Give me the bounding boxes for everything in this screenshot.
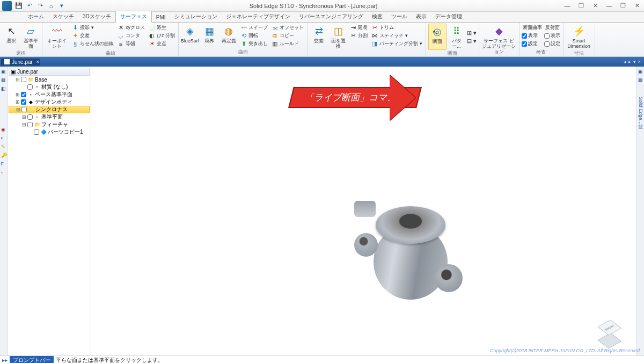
isect2-button[interactable]: ✶交点	[147, 40, 176, 48]
tree-check[interactable]	[27, 84, 33, 90]
close-tab-icon[interactable]: ×	[36, 59, 39, 64]
select-button[interactable]: ↖選択	[2, 24, 20, 50]
tab-sketch[interactable]: スケッチ	[48, 11, 78, 22]
close-icon[interactable]: ✕	[588, 1, 602, 11]
tree-check[interactable]	[21, 92, 26, 97]
set2-check[interactable]: 設定	[544, 40, 561, 48]
keypoint-button[interactable]: 〰キーポイント	[45, 24, 69, 50]
restore-icon[interactable]: ❐	[616, 1, 630, 11]
misc2-button[interactable]: ⊟ ▾	[467, 37, 477, 45]
redo-icon[interactable]: ↷	[35, 2, 45, 10]
derive-button[interactable]: ⬚派生	[147, 24, 176, 32]
replace-button[interactable]: ◫面を置換	[329, 24, 347, 56]
bluesurf-button[interactable]: ◈BlueSurf	[181, 24, 199, 49]
lb-icon[interactable]: ▫	[1, 170, 6, 175]
ruled-button[interactable]: ▥ルールド	[270, 40, 305, 48]
wrap-button[interactable]: ◐ひz 分割	[147, 32, 176, 40]
3d-part[interactable]	[354, 201, 467, 314]
tree-check[interactable]	[21, 77, 26, 82]
helix-button[interactable]: §らせん状の曲線	[70, 40, 115, 48]
rev-button[interactable]: ⟲回転	[239, 32, 269, 40]
lb-icon[interactable]: ▦	[1, 77, 6, 83]
rb-icon[interactable]: ▦	[638, 77, 643, 83]
lb-icon[interactable]: 🔑	[1, 153, 6, 158]
lb-icon[interactable]: ▣	[1, 69, 6, 74]
intersect-button[interactable]: ✦交差	[70, 32, 115, 40]
tree-node[interactable]: ⊟シンクロナス	[9, 106, 90, 113]
div-button[interactable]: ✂分割	[348, 32, 369, 40]
tab-inspect[interactable]: 検査	[368, 11, 387, 22]
disp-check[interactable]: 表示	[522, 32, 543, 40]
minimize-icon[interactable]: —	[560, 1, 574, 11]
lb-icon[interactable]: ◧	[1, 86, 6, 91]
trim-button[interactable]: ✂トリム	[370, 24, 423, 32]
copy-button[interactable]: ⧉コピー	[270, 32, 305, 40]
tree-node[interactable]: ⊞▫基準平面	[9, 113, 90, 121]
tree-twisty-icon[interactable]: ⊞	[15, 99, 20, 105]
tree-twisty-icon[interactable]: ⊟	[15, 77, 20, 82]
undo-icon[interactable]: ↶	[25, 2, 34, 10]
cross-button[interactable]: ✕xyクロス	[116, 24, 146, 32]
swap-button[interactable]: ⇄交差	[310, 24, 328, 56]
maximize-icon[interactable]: ❐	[574, 1, 588, 11]
contour-button[interactable]: ◡コンタ	[116, 32, 146, 40]
tree-twisty-icon[interactable]: ⊞	[21, 114, 26, 120]
tab-surface[interactable]: サーフェス	[115, 11, 152, 23]
tree-node[interactable]: ⊞◆デザインボディ	[9, 98, 90, 106]
tab-3dsketch[interactable]: 3Dスケッチ	[78, 11, 115, 22]
tab-view[interactable]: 表示	[412, 11, 431, 22]
tree-check[interactable]	[21, 99, 26, 105]
stitch-button[interactable]: ⋈スティッチ ▾	[370, 32, 423, 40]
lb-icon[interactable]: ✎	[1, 144, 6, 149]
redef-button[interactable]: ◍再定義	[219, 24, 238, 49]
ext-button[interactable]: ⇥延長	[348, 24, 369, 32]
parting-button[interactable]: ◨パーティング分割 ▾	[370, 40, 423, 48]
lb-icon[interactable]: ◉	[1, 127, 6, 132]
disp2-check[interactable]: 表示	[544, 32, 561, 40]
tab-sim[interactable]: シミュレーション	[170, 11, 222, 22]
extrude-button[interactable]: ⬆突き出し	[239, 40, 269, 48]
tree-node[interactable]: ▫材質 (なし)	[9, 83, 90, 91]
doc-tab[interactable]: June.par ×	[1, 59, 40, 66]
tab-home[interactable]: ホーム	[24, 11, 48, 22]
tab-tools[interactable]: ツール	[387, 11, 412, 22]
tree-twisty-icon[interactable]: ⊟	[16, 107, 20, 112]
offset-button[interactable]: ⫘オフセット	[270, 24, 305, 32]
minimize2-icon[interactable]: —	[602, 1, 616, 11]
misc1-button[interactable]: ⊞ ▾	[467, 29, 477, 37]
rb-icon[interactable]: ▣	[638, 69, 643, 74]
tab-data[interactable]: データ管理	[431, 11, 466, 22]
tab-gen[interactable]: ジェネレーティブデザイン	[222, 11, 295, 22]
close2-icon[interactable]: ✕	[630, 1, 644, 11]
set-check[interactable]: 設定	[522, 40, 543, 48]
tree-check[interactable]	[27, 114, 33, 120]
pattern-button[interactable]: ⠿パター...	[448, 24, 466, 50]
tree-twisty-icon[interactable]: ⊟	[21, 122, 26, 127]
dropdown-icon[interactable]: ▾	[57, 2, 67, 10]
lb-icon[interactable]: F	[1, 161, 6, 166]
tree-check[interactable]	[21, 107, 27, 112]
tree-node[interactable]: ⊟📁Base	[9, 76, 90, 83]
tree-check[interactable]	[27, 122, 33, 127]
project-button[interactable]: ⬇投影 ▾	[70, 24, 115, 32]
live-section-button[interactable]: ◎↖断面	[428, 24, 447, 50]
save-icon[interactable]: 💾	[14, 2, 24, 10]
equal-button[interactable]: ≡等頓	[116, 40, 146, 48]
tree-node[interactable]: 🔷パーツコピー1	[9, 128, 90, 136]
tree-node[interactable]: ⊞▫ベース基準平面	[9, 91, 90, 98]
tab-rev[interactable]: リバースエンジニアリング	[295, 11, 368, 22]
tree-twisty-icon[interactable]: ⊞	[15, 92, 20, 97]
home-icon[interactable]: ⌂	[46, 2, 56, 10]
app-icon[interactable]	[2, 1, 12, 11]
tree-title[interactable]: ▣June.par	[9, 68, 90, 76]
viewport[interactable]: 「ライブ断面」コマンド RIGHT	[91, 67, 636, 355]
tab-pmi[interactable]: PMI	[152, 13, 170, 22]
viz-button[interactable]: ◆サーフェス ビジュアリゼーション	[481, 24, 517, 56]
boundary-button[interactable]: ▦境界	[200, 24, 218, 49]
tree-check[interactable]	[34, 129, 39, 135]
refplane-button[interactable]: ▱基準平面	[21, 24, 40, 50]
smartdim-button[interactable]: ⚡Smart Dimension	[566, 24, 592, 50]
view-cube[interactable]: RIGHT	[598, 319, 621, 343]
sweep-button[interactable]: ⬳スイープ	[239, 24, 269, 32]
lb-icon[interactable]: ▪	[1, 135, 6, 141]
